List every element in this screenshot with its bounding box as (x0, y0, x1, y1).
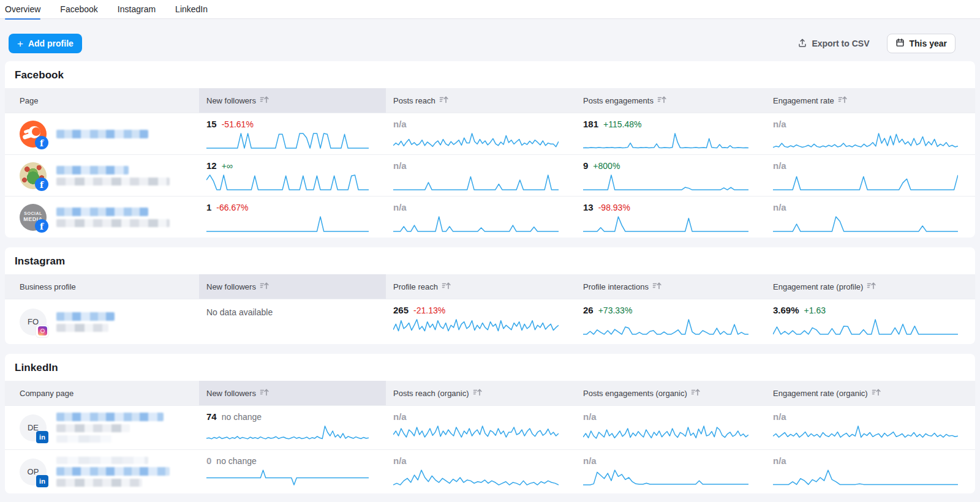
metric-cell-posts-reach[interactable]: n/a (386, 197, 576, 238)
page-cell[interactable]: SOCIAL MEDIA f (5, 197, 199, 238)
sparkline-chart (583, 319, 748, 335)
company-subtitle-redacted (56, 424, 130, 432)
metric-cell-profile-reach[interactable]: 265-21.13% (386, 299, 576, 344)
metric-value: 181 (583, 119, 598, 129)
metric-value: n/a (773, 202, 786, 212)
column-header-new-followers[interactable]: New followers (199, 274, 386, 299)
sort-icon (872, 388, 881, 399)
sparkline-chart (393, 425, 559, 441)
metric-cell-engagement-rate[interactable]: n/a (766, 197, 975, 238)
metric-cell-posts-reach-organic[interactable]: n/a (386, 406, 576, 449)
metric-cell-new-followers[interactable]: No data available (199, 299, 386, 344)
metric-cell-new-followers[interactable]: 1-66.67% (199, 197, 386, 238)
sparkline-chart (393, 470, 559, 485)
column-header-posts-engagements[interactable]: Posts engagements (576, 88, 766, 113)
metric-value: n/a (393, 455, 407, 466)
company-name-redacted (56, 413, 164, 421)
table-row: SOCIAL MEDIA f 1-66.67% n/a 13-98.93% n/… (5, 196, 975, 238)
add-profile-button[interactable]: + Add profile (9, 34, 82, 53)
column-header-company-page[interactable]: Company page (5, 381, 199, 405)
column-header-engagement-rate-profile[interactable]: Engagement rate (profile) (766, 274, 975, 299)
metric-value: n/a (773, 119, 786, 129)
column-header-engagement-rate-organic[interactable]: Engagement rate (organic) (766, 381, 975, 405)
page-cell[interactable]: f (5, 113, 199, 154)
tab-facebook[interactable]: Facebook (60, 0, 97, 19)
metric-cell-posts-reach[interactable]: n/a (386, 155, 576, 196)
metric-cell-profile-interactions[interactable]: 26+73.33% (576, 299, 766, 344)
column-header-posts-reach-organic[interactable]: Posts reach (organic) (386, 381, 576, 405)
column-header-engagement-rate[interactable]: Engagement rate (766, 88, 975, 113)
metric-cell-new-followers[interactable]: 0no change (199, 450, 386, 493)
top-tab-bar: Overview Facebook Instagram LinkedIn (0, 0, 980, 19)
metric-cell-engagement-rate[interactable]: n/a (766, 155, 975, 196)
export-csv-button[interactable]: Export to CSV (797, 38, 869, 50)
metric-cell-new-followers[interactable]: 74no change (199, 406, 386, 449)
metric-cell-new-followers[interactable]: 15-51.61% (199, 113, 386, 154)
sort-icon (838, 95, 848, 106)
instagram-badge-icon (36, 325, 48, 337)
profile-cell[interactable]: FO (5, 299, 199, 344)
metric-cell-engagement-rate[interactable]: n/a (766, 113, 975, 154)
metric-value: 26 (583, 305, 594, 315)
company-cell[interactable]: DE in (5, 406, 199, 449)
company-subtitle-redacted (56, 479, 142, 487)
metric-cell-new-followers[interactable]: 12+∞ (199, 155, 386, 196)
metric-value: n/a (393, 160, 407, 171)
column-header-profile-reach[interactable]: Profile reach (386, 274, 576, 299)
table-row: f 12+∞ n/a 9+800% n/a (5, 154, 975, 196)
metric-cell-engagement-rate-organic[interactable]: n/a (766, 450, 975, 493)
metric-cell-posts-reach-organic[interactable]: n/a (386, 450, 576, 493)
table-row: FO No data available 265-21.13% 26+73.33… (5, 299, 975, 344)
facebook-table-header: Page New followers Posts reach Posts eng… (5, 88, 975, 113)
metric-value: n/a (773, 160, 786, 171)
metric-cell-posts-engagements-organic[interactable]: n/a (576, 406, 766, 449)
metric-value: 15 (206, 119, 217, 129)
metric-value: 0 (206, 455, 211, 466)
column-header-posts-engagements-organic[interactable]: Posts engagements (organic) (576, 381, 766, 405)
metric-cell-posts-reach[interactable]: n/a (386, 113, 576, 154)
metric-cell-engagement-rate-organic[interactable]: n/a (766, 406, 975, 449)
column-header-posts-reach[interactable]: Posts reach (386, 88, 576, 113)
company-cell[interactable]: OP in (5, 450, 199, 493)
tab-overview[interactable]: Overview (5, 0, 40, 19)
metric-value: 3.69% (773, 305, 799, 315)
tab-linkedin[interactable]: LinkedIn (175, 0, 208, 19)
page-subtitle-redacted (56, 219, 170, 227)
facebook-badge-icon: f (35, 178, 48, 191)
date-range-button[interactable]: This year (887, 34, 956, 53)
sparkline-chart (583, 425, 748, 441)
metric-change: -51.61% (222, 119, 254, 129)
metric-cell-posts-engagements[interactable]: 181+115.48% (576, 113, 766, 154)
page-cell[interactable]: f (5, 155, 199, 196)
metric-change: +73.33% (598, 305, 633, 315)
tab-instagram[interactable]: Instagram (118, 0, 156, 19)
upload-icon (797, 38, 807, 50)
facebook-section: Facebook Page New followers Posts reach … (5, 61, 975, 238)
page-name-redacted (56, 166, 129, 174)
sparkline-chart (206, 425, 369, 441)
metric-cell-posts-engagements[interactable]: 13-98.93% (576, 197, 766, 238)
column-header-page[interactable]: Page (5, 88, 199, 113)
table-row: OP in 0no change n/a n/a n/a (5, 449, 975, 493)
table-row: f 15-51.61% n/a 181+115.48% n/a (5, 113, 975, 154)
metric-value: 1 (206, 202, 211, 212)
sort-icon (260, 281, 270, 292)
column-header-new-followers[interactable]: New followers (199, 381, 386, 405)
metric-cell-posts-engagements[interactable]: 9+800% (576, 155, 766, 196)
column-header-business-profile[interactable]: Business profile (5, 274, 199, 299)
metric-value: n/a (773, 411, 786, 422)
metric-value: n/a (773, 455, 786, 466)
plus-icon: + (17, 39, 23, 49)
metric-change: -66.67% (216, 203, 248, 212)
company-extra-redacted (56, 435, 111, 443)
section-title-linkedin: LinkedIn (5, 354, 975, 381)
metric-cell-engagement-rate-profile[interactable]: 3.69%+1.63 (766, 299, 975, 344)
profile-name-redacted (56, 312, 115, 321)
page-avatar: SOCIAL MEDIA f (20, 204, 47, 231)
metric-cell-posts-engagements-organic[interactable]: n/a (576, 450, 766, 493)
linkedin-badge-icon: in (36, 475, 48, 487)
add-profile-label: Add profile (28, 39, 74, 48)
column-header-profile-interactions[interactable]: Profile interactions (576, 274, 766, 299)
column-header-new-followers[interactable]: New followers (199, 88, 386, 113)
metric-change: no change (222, 412, 262, 422)
